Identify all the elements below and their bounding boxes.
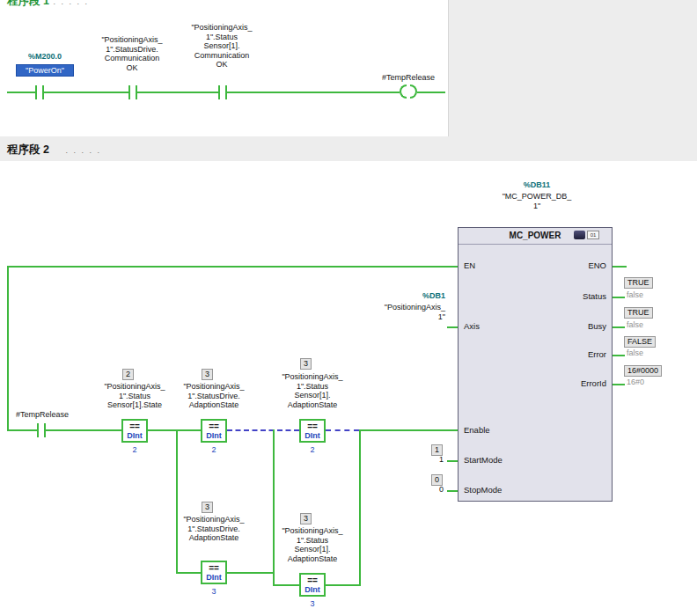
contact-operand-label[interactable]: "PositioningAxis_ 1".StatusDrive. Commun… <box>90 35 174 72</box>
cmp3-operator: == <box>301 422 324 431</box>
pin-status: Status <box>528 291 606 302</box>
no-contact-sensor-comm-ok[interactable] <box>218 85 227 99</box>
pin-stopmode: StopMode <box>464 485 502 495</box>
wire <box>137 92 218 93</box>
branch-wire <box>176 429 178 573</box>
cmp1-datatype: DInt <box>123 431 146 440</box>
monitor-value-box: TRUE <box>624 307 653 319</box>
coil-operand-label[interactable]: #TempRelease <box>373 73 444 83</box>
pin-startmode: StartMode <box>464 455 503 466</box>
branch-wire <box>359 429 361 586</box>
cmp5-operator: == <box>301 576 324 585</box>
stub-errorid <box>613 384 625 385</box>
wire <box>417 92 445 93</box>
wire <box>44 92 128 93</box>
wire <box>273 584 299 586</box>
output-coil[interactable] <box>400 84 417 99</box>
wire-en <box>7 266 458 268</box>
cmp1-compare-box[interactable]: == DInt <box>121 419 148 443</box>
camera-icon[interactable] <box>574 231 585 239</box>
network-1-comment-dots[interactable]: . . . . . <box>53 0 89 6</box>
contact-operand-label[interactable]: "PositioningAxis_ 1".Status Sensor[1]. C… <box>180 23 264 70</box>
cmp4-compare-value[interactable]: 3 <box>201 587 227 596</box>
pin-axis: Axis <box>464 321 480 332</box>
monitor-value-box: 2 <box>122 369 134 380</box>
network-1: 程序段 1 . . . . . %M200.0 "PowerOn" "Posit… <box>0 0 449 136</box>
cmp3-compare-value[interactable]: 2 <box>299 445 326 454</box>
stub-busy <box>613 326 625 328</box>
network-2-comment-dots[interactable]: . . . . . <box>65 146 101 155</box>
cmp4-compare-box[interactable]: == DInt <box>201 561 227 584</box>
cmp5-compare-box[interactable]: == DInt <box>299 573 326 597</box>
instance-db-name[interactable]: "MC_POWER_DB_ 1" <box>488 192 585 210</box>
cmp4-operand-label[interactable]: "PositioningAxis_ 1".StatusDrive. Adapti… <box>168 515 260 543</box>
no-contact-temprelease[interactable] <box>37 423 46 437</box>
pin-eno: ENO <box>528 260 606 271</box>
monitor-value-box: 3 <box>202 502 213 513</box>
pin-en: EN <box>464 260 475 271</box>
pin-busy: Busy <box>528 321 606 332</box>
no-contact-poweron[interactable] <box>35 85 44 99</box>
network-2-title[interactable]: 程序段 2 <box>7 143 49 156</box>
stopmode-operand[interactable]: 0 <box>424 485 444 495</box>
wire <box>227 572 275 574</box>
errorid-operand[interactable]: 16#0 <box>627 378 644 387</box>
contact-address[interactable]: %M200.0 <box>14 52 76 62</box>
wire-no-flow <box>326 429 359 431</box>
wire <box>7 92 35 93</box>
contact-operand-poweron[interactable]: "PowerOn" <box>16 64 74 77</box>
block-header-divider <box>459 244 612 245</box>
axis-operand-name[interactable]: "PositioningAxis_ 1" <box>359 303 445 321</box>
cmp3-compare-box[interactable]: == DInt <box>299 419 326 443</box>
cmp2-operand-label[interactable]: "PositioningAxis_ 1".StatusDrive. Adapti… <box>168 382 260 410</box>
cmp5-datatype: DInt <box>301 585 324 594</box>
instance-db-address[interactable]: %DB11 <box>493 180 581 190</box>
wire <box>326 584 361 586</box>
cmp3-datatype: DInt <box>301 431 324 440</box>
status-operand[interactable]: false <box>627 290 643 300</box>
ladder-editor: 程序段 1 . . . . . %M200.0 "PowerOn" "Posit… <box>0 0 697 616</box>
stub-startmode <box>447 460 458 462</box>
wire <box>176 572 201 574</box>
startmode-operand[interactable]: 1 <box>424 455 444 465</box>
busy-operand[interactable]: false <box>627 320 643 330</box>
no-contact-drive-comm-ok[interactable] <box>128 85 137 99</box>
axis-operand-address[interactable]: %DB1 <box>377 291 445 301</box>
cmp2-compare-value[interactable]: 2 <box>201 445 227 454</box>
monitor-value-box: FALSE <box>624 336 656 348</box>
cmp4-datatype: DInt <box>202 573 225 582</box>
cmp1-operand-label[interactable]: "PositioningAxis_ 1".Status Sensor[1].St… <box>89 382 180 410</box>
wire-no-flow <box>227 429 299 431</box>
binary-toggle-icon[interactable]: 01 <box>587 231 599 239</box>
cmp5-compare-value[interactable]: 3 <box>299 599 326 608</box>
monitor-value-box: 3 <box>202 369 213 380</box>
wire <box>46 429 121 431</box>
cmp5-operand-label[interactable]: "PositioningAxis_ 1".Status Sensor[1]. A… <box>267 526 358 563</box>
monitor-value-box: 3 <box>300 358 312 370</box>
cmp2-compare-box[interactable]: == DInt <box>201 419 227 443</box>
cmp1-operator: == <box>123 422 146 431</box>
cmp3-operand-label[interactable]: "PositioningAxis_ 1".Status Sensor[1]. A… <box>267 372 358 409</box>
monitor-value-box: TRUE <box>624 277 653 289</box>
contact-operand-label[interactable]: #TempRelease <box>5 410 79 420</box>
stub-stopmode <box>447 490 458 492</box>
cmp4-operator: == <box>202 563 225 573</box>
cmp2-datatype: DInt <box>202 431 225 440</box>
network-1-title[interactable]: 程序段 1 <box>7 0 49 7</box>
wire <box>148 429 201 431</box>
wire <box>7 429 37 431</box>
cmp2-operator: == <box>202 422 225 431</box>
wire <box>227 92 400 93</box>
monitor-value-box: 3 <box>300 513 312 524</box>
error-operand[interactable]: false <box>627 348 643 358</box>
cmp1-compare-value[interactable]: 2 <box>121 445 148 454</box>
power-rail <box>7 266 9 431</box>
stub-axis <box>447 326 458 328</box>
stub-status <box>613 297 625 298</box>
pin-enable: Enable <box>464 425 490 436</box>
pin-error: Error <box>528 349 606 360</box>
pin-errorid: ErrorId <box>528 378 606 389</box>
wire <box>359 429 458 431</box>
monitor-value-box: 16#0000 <box>624 365 662 377</box>
stub-eno <box>613 266 627 268</box>
